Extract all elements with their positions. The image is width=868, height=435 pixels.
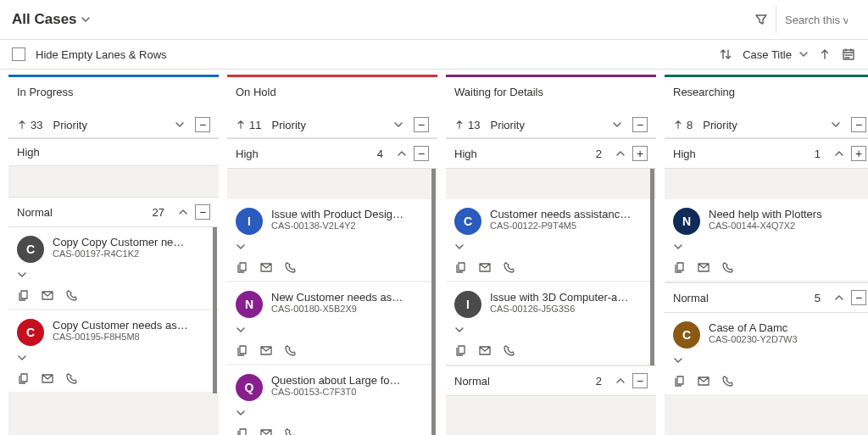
swimlane-label: High: [17, 146, 203, 159]
card-expand-toggle[interactable]: [17, 268, 210, 282]
arrow-up-icon: [819, 48, 831, 60]
collapse-button[interactable]: −: [851, 117, 866, 132]
copy-action[interactable]: [236, 260, 249, 274]
card-caseid: CAS-00122-P9T4M5: [490, 220, 631, 231]
mail-action[interactable]: [259, 427, 273, 435]
phone-action[interactable]: [283, 343, 297, 357]
cards-area: CCustomer needs assistanc…CAS-00122-P9T4…: [446, 169, 656, 365]
card-expand-toggle[interactable]: [454, 240, 648, 254]
case-card[interactable]: CCopy Customer needs as…CAS-00195-F8H5M8: [8, 310, 219, 392]
chevron-down-icon: [673, 355, 683, 365]
case-card[interactable]: IIssue with Product Desig…CAS-00138-V2L4…: [227, 199, 437, 281]
copy-action[interactable]: [236, 343, 249, 357]
case-card[interactable]: NNeed help with PlottersCAS-00144-X4Q7X2: [665, 199, 868, 281]
calendar-icon: [842, 47, 855, 61]
column-title: Waiting for Details: [454, 86, 648, 98]
search-input[interactable]: [776, 7, 856, 33]
collapse-button[interactable]: −: [195, 204, 210, 220]
mail-action[interactable]: [478, 343, 492, 357]
case-card[interactable]: IIssue with 3D Computer-a…CAS-00126-J5G3…: [446, 282, 656, 364]
filter-button[interactable]: [747, 5, 776, 34]
view-title-dropdown[interactable]: All Cases: [12, 11, 91, 28]
copy-icon: [236, 427, 249, 436]
case-card[interactable]: CCopy Copy Customer ne…CAS-00197-R4C1K2: [8, 227, 219, 309]
swimlane-header[interactable]: Normal2−: [446, 365, 656, 396]
swimlane-count: 2: [596, 148, 602, 160]
card-title: Need help with Plotters: [709, 208, 822, 220]
card-expand-toggle[interactable]: [236, 406, 429, 420]
swimlane-header[interactable]: High1+: [665, 138, 868, 169]
chevron-down-icon: [236, 242, 246, 252]
phone-action[interactable]: [721, 374, 734, 388]
hide-empty-label: Hide Empty Lanes & Rows: [36, 48, 167, 61]
collapse-button[interactable]: −: [414, 146, 429, 161]
collapse-button[interactable]: −: [414, 117, 429, 132]
copy-action[interactable]: [454, 260, 468, 274]
phone-action[interactable]: [283, 260, 297, 274]
priority-dropdown[interactable]: Priority: [270, 119, 405, 131]
mail-icon: [259, 344, 273, 357]
priority-dropdown[interactable]: Priority: [488, 119, 624, 131]
mail-action[interactable]: [259, 260, 273, 274]
sort-field-dropdown[interactable]: Case Title: [743, 48, 809, 61]
arrow-up-icon: [454, 120, 465, 130]
case-card[interactable]: CCase of A DamcCAS-00230-Y2D7W3: [665, 313, 868, 394]
phone-action[interactable]: [64, 288, 78, 302]
phone-action[interactable]: [721, 260, 734, 274]
card-expand-toggle[interactable]: [673, 240, 866, 254]
swimlane-count: 5: [815, 292, 821, 304]
expand-button[interactable]: +: [851, 146, 866, 161]
priority-dropdown[interactable]: Priority: [51, 119, 186, 131]
mail-icon: [259, 427, 273, 436]
scrollbar[interactable]: [213, 227, 217, 393]
case-card[interactable]: NNew Customer needs as…CAS-00180-X5B2X9: [227, 282, 437, 364]
sort-direction-toggle[interactable]: [719, 47, 732, 61]
sort-field-label: Case Title: [743, 48, 792, 61]
card-expand-toggle[interactable]: [236, 323, 429, 337]
mail-action[interactable]: [259, 343, 273, 357]
copy-action[interactable]: [17, 288, 31, 302]
copy-icon: [236, 344, 249, 357]
scrollbar[interactable]: [431, 169, 436, 435]
copy-icon: [674, 261, 687, 274]
mail-action[interactable]: [41, 371, 54, 385]
case-card[interactable]: QQuestion about Large fo…CAS-00153-C7F3T…: [227, 365, 437, 435]
phone-action[interactable]: [502, 343, 515, 357]
card-expand-toggle[interactable]: [17, 351, 210, 365]
swimlane-header[interactable]: High4−: [227, 138, 437, 169]
mail-action[interactable]: [697, 374, 710, 388]
phone-action[interactable]: [283, 427, 297, 435]
collapse-button[interactable]: −: [632, 117, 648, 132]
chevron-down-icon: [798, 49, 809, 59]
sort-ascending-button[interactable]: [819, 48, 831, 60]
collapse-button[interactable]: −: [195, 117, 210, 132]
phone-action[interactable]: [64, 371, 78, 385]
mail-action[interactable]: [697, 260, 710, 274]
copy-action[interactable]: [17, 371, 31, 385]
expand-button[interactable]: +: [632, 146, 648, 161]
swimlane-header[interactable]: High2+: [446, 138, 656, 169]
swimlane-header[interactable]: Normal5−: [665, 282, 868, 313]
mail-action[interactable]: [478, 260, 492, 274]
copy-action[interactable]: [236, 427, 249, 435]
scrollbar[interactable]: [650, 169, 654, 365]
priority-dropdown[interactable]: Priority: [701, 119, 843, 131]
mail-action[interactable]: [41, 288, 54, 302]
phone-action[interactable]: [502, 260, 515, 274]
card-expand-toggle[interactable]: [673, 354, 866, 367]
swimlane-header[interactable]: High: [8, 138, 219, 166]
hide-empty-checkbox[interactable]: [12, 47, 25, 61]
copy-action[interactable]: [673, 260, 687, 274]
case-card[interactable]: CCustomer needs assistanc…CAS-00122-P9T4…: [446, 199, 656, 281]
card-expand-toggle[interactable]: [236, 240, 429, 254]
collapse-button[interactable]: −: [851, 290, 866, 305]
card-expand-toggle[interactable]: [454, 323, 648, 337]
collapse-button[interactable]: −: [632, 373, 648, 388]
swimlane-label: High: [673, 148, 808, 160]
swimlane-count: 4: [377, 148, 383, 160]
chevron-down-icon: [17, 353, 27, 363]
calendar-view-button[interactable]: [841, 47, 856, 62]
copy-action[interactable]: [454, 343, 468, 357]
copy-action[interactable]: [673, 374, 687, 388]
swimlane-header[interactable]: Normal27−: [8, 197, 219, 227]
